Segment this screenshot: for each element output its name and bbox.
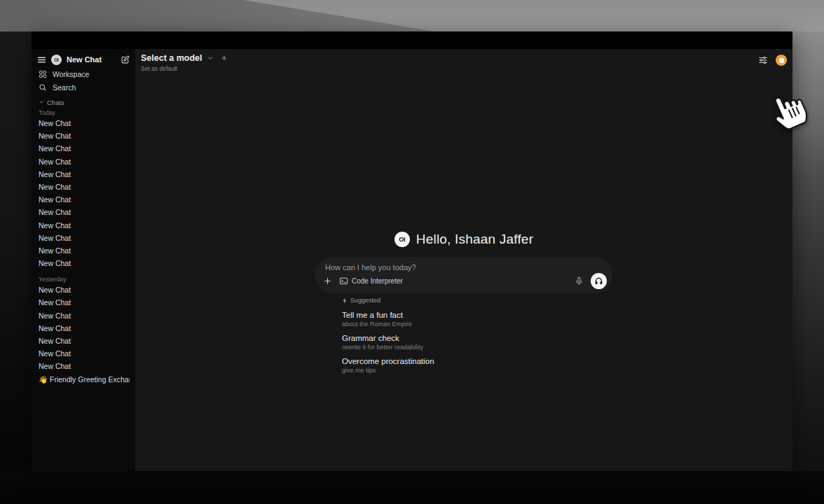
chat-item[interactable]: New Chat bbox=[37, 347, 130, 360]
sidebar-item-workspace[interactable]: Workspace bbox=[37, 67, 130, 80]
chat-item[interactable]: New Chat bbox=[37, 284, 130, 296]
avatar-glyph bbox=[779, 58, 784, 63]
microphone-icon[interactable] bbox=[575, 276, 584, 286]
suggestion-subtitle: rewrite it for better readability bbox=[342, 344, 612, 351]
chats-section-toggle[interactable]: Chats bbox=[37, 97, 130, 107]
chat-item[interactable]: New Chat bbox=[37, 181, 130, 193]
model-selector[interactable]: Select a model bbox=[141, 53, 787, 63]
chat-item[interactable]: New Chat bbox=[37, 322, 130, 335]
chat-item[interactable]: New Chat bbox=[37, 335, 130, 347]
chevron-down-icon bbox=[207, 55, 214, 62]
bolt-icon bbox=[342, 298, 348, 304]
chats-label: Chats bbox=[47, 99, 64, 106]
message-input[interactable]: How can I help you today? bbox=[325, 263, 603, 272]
sidebar-header: OI New Chat bbox=[37, 52, 130, 67]
headphones-icon bbox=[594, 276, 603, 286]
suggestion-subtitle: about the Roman Empire bbox=[342, 321, 612, 328]
controls-sliders-icon[interactable] bbox=[758, 55, 768, 65]
suggestion-title: Grammar check bbox=[342, 334, 612, 342]
search-icon bbox=[39, 83, 47, 92]
suggestion-subtitle: give me tips bbox=[342, 367, 612, 374]
chat-item[interactable]: New Chat bbox=[37, 360, 130, 372]
chat-item[interactable]: New Chat bbox=[37, 219, 130, 232]
chat-section-label: Today bbox=[39, 108, 130, 117]
header-actions bbox=[758, 55, 787, 66]
chat-item[interactable]: 👋 Friendly Greeting Exchange bbox=[37, 373, 130, 386]
sidebar-title: New Chat bbox=[67, 55, 116, 64]
suggested-label: Suggested bbox=[350, 297, 380, 304]
sidebar-item-search[interactable]: Search bbox=[37, 80, 130, 94]
search-label: Search bbox=[53, 83, 76, 92]
suggestion-title: Overcome procrastination bbox=[342, 357, 612, 365]
sidebar-toggle-icon[interactable] bbox=[37, 55, 46, 64]
chat-item[interactable]: New Chat bbox=[37, 117, 130, 130]
app-logo: OI bbox=[394, 232, 410, 247]
model-selector-label: Select a model bbox=[141, 53, 202, 63]
greeting-text: Hello, Ishaan Jaffer bbox=[416, 232, 533, 247]
workspace-grid-icon bbox=[39, 70, 47, 78]
code-interpreter-label: Code Interpreter bbox=[352, 277, 403, 285]
app-content: OI New Chat Workspace Searc bbox=[32, 49, 792, 471]
set-default-link[interactable]: Set as default bbox=[141, 65, 787, 72]
code-interpreter-icon bbox=[339, 276, 348, 286]
main-area: Select a model Set as default bbox=[135, 49, 792, 471]
suggestion-title: Tell me a fun fact bbox=[342, 311, 612, 319]
suggestion-item[interactable]: Tell me a fun factabout the Roman Empire bbox=[342, 311, 612, 328]
desktop-wallpaper-left bbox=[0, 31, 32, 471]
app-logo: OI bbox=[51, 55, 62, 65]
new-chat-icon[interactable] bbox=[121, 55, 130, 64]
chat-section-label: Yesterday bbox=[39, 275, 130, 284]
chat-item[interactable]: New Chat bbox=[37, 155, 130, 168]
chat-item[interactable]: New Chat bbox=[37, 168, 130, 181]
chat-item[interactable]: New Chat bbox=[37, 206, 130, 218]
chat-item[interactable]: New Chat bbox=[37, 244, 130, 257]
sidebar: OI New Chat Workspace Searc bbox=[32, 49, 135, 471]
desktop-background: OI New Chat Workspace Searc bbox=[0, 0, 824, 504]
composer-toolbar: Code Interpreter bbox=[323, 272, 607, 289]
code-interpreter-toggle[interactable]: Code Interpreter bbox=[339, 276, 403, 286]
welcome-panel: OI Hello, Ishaan Jaffer How can I help y… bbox=[315, 231, 612, 374]
chat-item[interactable]: New Chat bbox=[37, 232, 130, 244]
chat-item[interactable]: New Chat bbox=[37, 142, 130, 155]
attach-plus-icon[interactable] bbox=[323, 276, 332, 286]
chat-item[interactable]: New Chat bbox=[37, 309, 130, 322]
suggested-section: Suggested Tell me a fun factabout the Ro… bbox=[342, 296, 612, 374]
chat-sections: TodayNew ChatNew ChatNew ChatNew ChatNew… bbox=[37, 108, 130, 386]
message-composer[interactable]: How can I help you today? Code Interpret… bbox=[315, 257, 612, 293]
chat-item[interactable]: New Chat bbox=[37, 130, 130, 142]
suggestion-list: Tell me a fun factabout the Roman Empire… bbox=[342, 311, 612, 374]
greeting: OI Hello, Ishaan Jaffer bbox=[315, 231, 612, 248]
window-titlebar bbox=[32, 31, 792, 49]
main-header: Select a model Set as default bbox=[135, 49, 792, 76]
suggestion-item[interactable]: Overcome procrastinationgive me tips bbox=[342, 357, 612, 374]
desktop-wallpaper-right bbox=[792, 31, 824, 471]
user-avatar[interactable] bbox=[776, 55, 787, 66]
chat-item[interactable]: New Chat bbox=[37, 257, 130, 270]
chevron-down-icon bbox=[39, 99, 44, 105]
suggested-header: Suggested bbox=[342, 296, 612, 304]
app-window: OI New Chat Workspace Searc bbox=[32, 31, 792, 471]
add-model-icon[interactable] bbox=[221, 55, 228, 62]
desktop-wallpaper-bottom bbox=[0, 471, 824, 504]
suggestion-item[interactable]: Grammar checkrewrite it for better reada… bbox=[342, 334, 612, 351]
chat-item[interactable]: New Chat bbox=[37, 296, 130, 309]
voice-call-button[interactable] bbox=[591, 273, 607, 289]
chat-item[interactable]: New Chat bbox=[37, 193, 130, 206]
workspace-label: Workspace bbox=[53, 70, 89, 78]
